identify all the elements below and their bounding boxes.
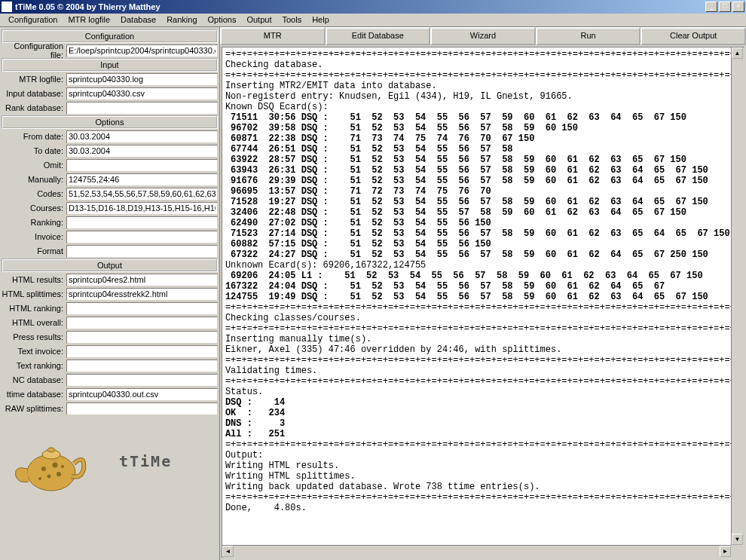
to-date-label: To date: (2, 146, 66, 155)
html-results-label: HTML results: (2, 275, 66, 284)
omit-label: Omit: (2, 161, 66, 170)
config-file-label: Configuration file: (2, 41, 66, 60)
to-date-input[interactable] (66, 145, 218, 158)
svg-point-3 (41, 467, 46, 471)
svg-point-5 (47, 475, 51, 479)
from-date-input[interactable] (66, 130, 218, 143)
html-overall-input[interactable] (66, 317, 218, 329)
invoice-label: Invoice: (2, 232, 66, 241)
codes-label: Codes: (2, 189, 66, 198)
text-invoice-label: Text invoice: (2, 347, 66, 356)
window-title: tTiMe 0.05 © 2004 by Thierry Matthey (15, 2, 705, 11)
format-input[interactable] (66, 245, 218, 258)
right-panel: MTR Edit Database Wizard Run Clear Outpu… (219, 27, 746, 560)
nc-database-input[interactable] (66, 374, 218, 387)
console-output: =+=+=+=+=+=+=+=+=+=+=+=+=+=+=+=+=+=+=+=+… (222, 47, 744, 558)
rank-database-input[interactable] (66, 102, 218, 115)
minimize-button[interactable]: _ (705, 2, 717, 12)
text-ranking-label: Text ranking: (2, 361, 66, 370)
menu-mtr-logfile[interactable]: MTR logfile (63, 14, 115, 26)
omit-input[interactable] (66, 159, 218, 172)
title-bar: tTiMe 0.05 © 2004 by Thierry Matthey _ □… (0, 0, 746, 14)
edit-database-button[interactable]: Edit Database (326, 27, 431, 45)
app-icon (2, 2, 12, 12)
html-ranking-input[interactable] (66, 302, 218, 315)
mtr-button[interactable]: MTR (220, 27, 326, 45)
menu-configuration[interactable]: Configuration (3, 14, 63, 26)
text-ranking-input[interactable] (66, 360, 218, 372)
left-panel: Configuration Configuration file: Input … (0, 27, 219, 560)
html-splittimes-input[interactable] (66, 288, 218, 301)
courses-input[interactable] (66, 202, 218, 215)
clear-output-button[interactable]: Clear Output (641, 27, 746, 45)
press-results-input[interactable] (66, 331, 218, 344)
mtr-logfile-label: MTR logfile: (2, 75, 66, 84)
menu-bar: Configuration MTR logfile Database Ranki… (0, 14, 746, 27)
svg-point-4 (53, 463, 58, 468)
raw-splittimes-input[interactable] (66, 402, 218, 415)
horizontal-scrollbar[interactable]: ◄ ► (222, 545, 731, 558)
svg-point-8 (61, 465, 64, 468)
vertical-scrollbar[interactable]: ▲ ▼ (731, 47, 744, 545)
manually-input[interactable] (66, 173, 218, 186)
section-input: Input (2, 58, 218, 72)
ttime-database-label: ttime database: (2, 390, 66, 399)
config-file-input[interactable] (66, 44, 218, 57)
svg-point-2 (47, 448, 55, 452)
input-database-label: Input database: (2, 89, 66, 98)
maximize-button[interactable]: □ (719, 2, 731, 12)
press-results-label: Press results: (2, 332, 66, 341)
section-output: Output (2, 259, 218, 272)
scroll-left-button[interactable]: ◄ (222, 546, 234, 557)
close-button[interactable]: × (732, 2, 744, 12)
ttime-database-input[interactable] (66, 388, 218, 401)
menu-ranking[interactable]: Ranking (161, 14, 202, 26)
menu-help[interactable]: Help (307, 14, 335, 26)
menu-options[interactable]: Options (203, 14, 242, 26)
scroll-right-button[interactable]: ► (720, 546, 731, 557)
brand-text: tTiMe (119, 452, 172, 470)
html-overall-label: HTML overall: (2, 318, 66, 327)
html-splittimes-label: HTML splittimes: (2, 289, 66, 298)
wizard-button[interactable]: Wizard (430, 27, 536, 45)
menu-database[interactable]: Database (115, 14, 161, 26)
rank-database-label: Rank database: (2, 103, 66, 112)
manually-label: Manually: (2, 175, 66, 184)
html-ranking-label: HTML ranking: (2, 304, 66, 313)
teapot-icon (6, 424, 96, 499)
ranking-label: Ranking: (2, 218, 66, 227)
input-database-input[interactable] (66, 87, 218, 100)
codes-input[interactable] (66, 188, 218, 200)
invoice-input[interactable] (66, 231, 218, 243)
ranking-input[interactable] (66, 216, 218, 229)
courses-label: Courses: (2, 203, 66, 213)
format-label: Format (2, 246, 66, 256)
raw-splittimes-label: RAW splittimes: (2, 404, 66, 413)
menu-output[interactable]: Output (241, 14, 277, 26)
nc-database-label: NC database: (2, 375, 66, 384)
svg-point-0 (27, 454, 75, 491)
from-date-label: From date: (2, 132, 66, 141)
scroll-up-button[interactable]: ▲ (732, 47, 743, 59)
scroll-corner (731, 545, 744, 558)
run-button[interactable]: Run (536, 27, 641, 45)
section-options: Options (2, 115, 218, 129)
mtr-logfile-input[interactable] (66, 73, 218, 86)
menu-tools[interactable]: Tools (277, 14, 307, 26)
svg-point-6 (57, 472, 61, 476)
html-results-input[interactable] (66, 274, 218, 286)
svg-point-7 (38, 477, 41, 480)
scroll-down-button[interactable]: ▼ (732, 534, 743, 545)
text-invoice-input[interactable] (66, 345, 218, 358)
